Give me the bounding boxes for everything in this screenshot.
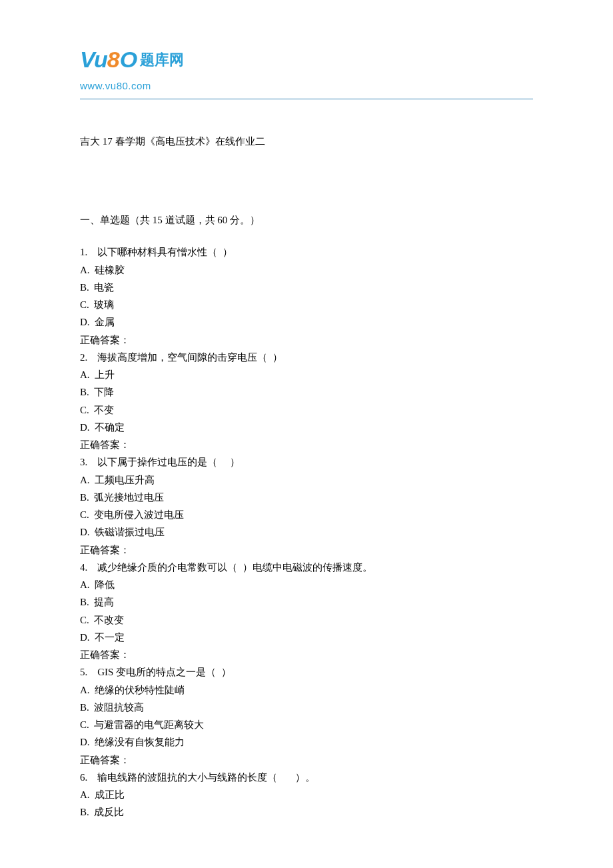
- option: B. 提高: [80, 593, 533, 611]
- option: D. 铁磁谐振过电压: [80, 523, 533, 541]
- option: C. 玻璃: [80, 296, 533, 313]
- logo-row: Vu8O 题库网: [80, 40, 533, 80]
- answer-label: 正确答案：: [80, 751, 533, 769]
- option: A. 降低: [80, 576, 533, 593]
- option: A. 成正比: [80, 786, 533, 803]
- question-5: 5. GIS 变电所的特点之一是（ ） A. 绝缘的伏秒特性陡峭 B. 波阻抗较…: [80, 663, 533, 769]
- logo-text-vu: Vu: [80, 40, 107, 80]
- option: B. 波阻抗较高: [80, 699, 533, 716]
- divider: [80, 99, 533, 99]
- logo-text-cn: 题库网: [140, 47, 184, 73]
- question-1: 1. 以下哪种材料具有憎水性（ ） A. 硅橡胶 B. 电瓷 C. 玻璃 D. …: [80, 243, 533, 349]
- document-title: 吉大 17 春学期《高电压技术》在线作业二: [80, 133, 533, 150]
- logo-url: www.vu80.com: [80, 77, 533, 95]
- option: C. 不改变: [80, 611, 533, 629]
- question-2: 2. 海拔高度增加，空气间隙的击穿电压（ ） A. 上升 B. 下降 C. 不变…: [80, 349, 533, 454]
- option: C. 变电所侵入波过电压: [80, 506, 533, 523]
- question-stem: 3. 以下属于操作过电压的是（ ）: [80, 453, 533, 471]
- option: B. 弧光接地过电压: [80, 489, 533, 506]
- answer-label: 正确答案：: [80, 541, 533, 559]
- logo-block: Vu8O 题库网 www.vu80.com: [80, 40, 533, 95]
- option: B. 电瓷: [80, 279, 533, 296]
- question-stem: 1. 以下哪种材料具有憎水性（ ）: [80, 243, 533, 261]
- option: C. 不变: [80, 401, 533, 419]
- answer-label: 正确答案：: [80, 436, 533, 453]
- question-3: 3. 以下属于操作过电压的是（ ） A. 工频电压升高 B. 弧光接地过电压 C…: [80, 453, 533, 559]
- answer-label: 正确答案：: [80, 331, 533, 349]
- question-stem: 4. 减少绝缘介质的介电常数可以（ ）电缆中电磁波的传播速度。: [80, 559, 533, 576]
- option: A. 绝缘的伏秒特性陡峭: [80, 681, 533, 699]
- option: D. 金属: [80, 313, 533, 331]
- option: A. 上升: [80, 366, 533, 383]
- document-page: Vu8O 题库网 www.vu80.com 吉大 17 春学期《高电压技术》在线…: [0, 0, 613, 848]
- question-stem: 5. GIS 变电所的特点之一是（ ）: [80, 663, 533, 681]
- logo-text-8: 8: [107, 40, 120, 80]
- logo-text-o: O: [120, 40, 137, 80]
- question-4: 4. 减少绝缘介质的介电常数可以（ ）电缆中电磁波的传播速度。 A. 降低 B.…: [80, 559, 533, 664]
- option: D. 不一定: [80, 629, 533, 646]
- question-6: 6. 输电线路的波阻抗的大小与线路的长度（ ）。 A. 成正比 B. 成反比: [80, 769, 533, 821]
- option: A. 硅橡胶: [80, 261, 533, 279]
- question-stem: 2. 海拔高度增加，空气间隙的击穿电压（ ）: [80, 349, 533, 366]
- questions-container: 1. 以下哪种材料具有憎水性（ ） A. 硅橡胶 B. 电瓷 C. 玻璃 D. …: [80, 243, 533, 821]
- option: C. 与避雷器的电气距离较大: [80, 716, 533, 733]
- question-stem: 6. 输电线路的波阻抗的大小与线路的长度（ ）。: [80, 769, 533, 786]
- option: B. 下降: [80, 383, 533, 401]
- section-header: 一、单选题（共 15 道试题，共 60 分。）: [80, 211, 533, 229]
- answer-label: 正确答案：: [80, 646, 533, 663]
- option: D. 不确定: [80, 419, 533, 436]
- option: B. 成反比: [80, 803, 533, 821]
- option: A. 工频电压升高: [80, 471, 533, 489]
- option: D. 绝缘没有自恢复能力: [80, 733, 533, 751]
